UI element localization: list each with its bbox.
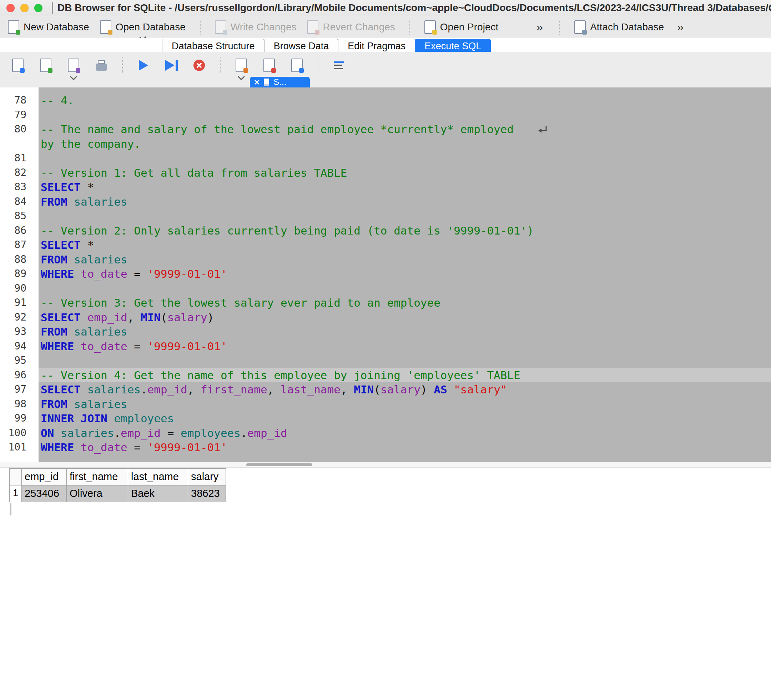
traffic-lights	[7, 4, 42, 12]
zoom-window-button[interactable]	[34, 4, 42, 12]
line-number: 89	[0, 267, 39, 281]
export-results-icon[interactable]	[234, 57, 249, 73]
code-text[interactable]: SELECT *	[39, 180, 771, 195]
sql-document-tab[interactable]: × S...	[250, 77, 310, 88]
save-sql-file-icon[interactable]	[39, 57, 53, 73]
code-line: 82-- Version 1: Get all data from salari…	[0, 166, 771, 180]
format-sql-icon[interactable]	[332, 57, 346, 73]
line-number: 88	[0, 252, 39, 267]
code-line: 100ON salaries.emp_id = employees.emp_id	[0, 426, 771, 441]
code-line: 88FROM salaries	[0, 252, 771, 267]
close-tab-icon[interactable]: ×	[254, 78, 260, 87]
execute-all-icon[interactable]	[137, 57, 151, 73]
open-sql-file-icon[interactable]	[11, 57, 25, 73]
find-replace-icon[interactable]	[290, 57, 304, 73]
line-wrap-icon	[537, 124, 548, 135]
minimize-window-button[interactable]	[20, 4, 29, 12]
code-line: 98FROM salaries	[0, 397, 771, 412]
column-header[interactable]: first_name	[67, 469, 128, 485]
corner-header	[10, 469, 22, 485]
code-line: 92SELECT emp_id, MIN(salary)	[0, 310, 771, 325]
sql-pane-header: × S...	[0, 52, 771, 88]
code-text[interactable]	[39, 108, 771, 122]
column-header[interactable]: last_name	[128, 469, 188, 485]
execute-current-line-icon[interactable]	[164, 57, 179, 73]
result-cell[interactable]: Baek	[128, 485, 188, 502]
code-text[interactable]: WHERE to_date = '9999-01-01'	[39, 440, 771, 455]
code-text[interactable]: WHERE to_date = '9999-01-01'	[39, 339, 771, 354]
new-database-icon	[8, 20, 19, 34]
code-text[interactable]: by the company.	[39, 137, 771, 151]
result-row[interactable]: 1253406OliveraBaek38623	[10, 485, 226, 502]
new-database-button[interactable]: New Database	[8, 20, 89, 34]
code-line: 97SELECT salaries.emp_id, first_name, la…	[0, 382, 771, 397]
line-number: 91	[0, 296, 39, 310]
line-number: 80	[0, 122, 39, 137]
attach-database-icon	[574, 20, 586, 34]
code-text[interactable]	[39, 209, 771, 223]
result-cell[interactable]: 253406	[22, 485, 67, 502]
column-header[interactable]: emp_id	[22, 469, 67, 485]
open-database-button[interactable]: Open Database	[100, 20, 185, 34]
code-line: 90	[0, 281, 771, 296]
code-text[interactable]: -- The name and salary of the lowest pai…	[39, 122, 771, 137]
line-number: 84	[0, 195, 39, 209]
code-text[interactable]: FROM salaries	[39, 195, 771, 209]
line-number: 101	[0, 440, 39, 455]
toolbar-overflow-button[interactable]: »	[534, 20, 545, 34]
code-line: 84FROM salaries	[0, 195, 771, 209]
results-header: emp_idfirst_namelast_namesalary	[10, 469, 226, 485]
results-scrollbar[interactable]	[10, 503, 11, 516]
code-line: 86-- Version 2: Only salaries currently …	[0, 223, 771, 238]
open-project-icon	[425, 20, 436, 34]
column-header[interactable]: salary	[188, 469, 226, 485]
code-text[interactable]: FROM salaries	[39, 252, 771, 267]
result-cell[interactable]: Olivera	[67, 485, 128, 502]
editor-horizontal-scrollbar[interactable]	[0, 462, 771, 467]
chevron-down-icon[interactable]	[70, 73, 77, 80]
code-text[interactable]: -- 4.	[39, 93, 771, 108]
revert-changes-button[interactable]: Revert Changes	[307, 20, 395, 34]
code-text[interactable]: SELECT emp_id, MIN(salary)	[39, 310, 771, 325]
code-text[interactable]: -- Version 1: Get all data from salaries…	[39, 166, 771, 180]
code-text[interactable]: FROM salaries	[39, 397, 771, 412]
line-number: 83	[0, 180, 39, 195]
code-text[interactable]: -- Version 2: Only salaries currently be…	[39, 223, 771, 238]
sql-editor[interactable]: 78-- 4.7980-- The name and salary of the…	[0, 88, 771, 462]
print-icon[interactable]	[94, 57, 109, 73]
code-text[interactable]: SELECT salaries.emp_id, first_name, last…	[39, 382, 771, 397]
scrollbar-handle[interactable]	[246, 463, 312, 466]
code-text[interactable]: WHERE to_date = '9999-01-01'	[39, 267, 771, 281]
row-number: 1	[10, 485, 22, 502]
line-number: 93	[0, 324, 39, 339]
line-number: 98	[0, 397, 39, 412]
code-line: by the company.	[0, 137, 771, 151]
save-sql-file-as-icon[interactable]	[67, 57, 81, 73]
toolbar-separator	[122, 57, 123, 73]
code-text[interactable]	[39, 281, 771, 296]
code-text[interactable]: -- Version 3: Get the lowest salary ever…	[39, 296, 771, 310]
line-number: 99	[0, 411, 39, 426]
editor-lines: 78-- 4.7980-- The name and salary of the…	[0, 93, 771, 455]
write-changes-button[interactable]: Write Changes	[215, 20, 297, 34]
code-line: 85	[0, 209, 771, 223]
chevron-down-icon[interactable]	[238, 73, 245, 80]
line-number: 81	[0, 151, 39, 166]
toolbar-overflow-button[interactable]: »	[675, 20, 686, 34]
code-line: 99INNER JOIN employees	[0, 411, 771, 426]
stop-execution-icon[interactable]	[192, 57, 206, 73]
code-text[interactable]: ON salaries.emp_id = employees.emp_id	[39, 426, 771, 441]
result-cell[interactable]: 38623	[188, 485, 226, 502]
code-text[interactable]: FROM salaries	[39, 324, 771, 339]
code-text[interactable]	[39, 151, 771, 166]
code-text-current-line[interactable]: -- Version 4: Get the name of this emplo…	[39, 368, 771, 383]
code-text[interactable]: SELECT *	[39, 238, 771, 252]
code-text[interactable]: INNER JOIN employees	[39, 411, 771, 426]
line-number: 92	[0, 310, 39, 325]
attach-database-button[interactable]: Attach Database	[574, 20, 664, 34]
close-window-button[interactable]	[7, 4, 15, 12]
new-sql-editor-icon[interactable]	[262, 57, 276, 73]
open-project-button[interactable]: Open Project	[425, 20, 498, 34]
code-text[interactable]	[39, 353, 771, 368]
code-line: 80-- The name and salary of the lowest p…	[0, 122, 771, 137]
